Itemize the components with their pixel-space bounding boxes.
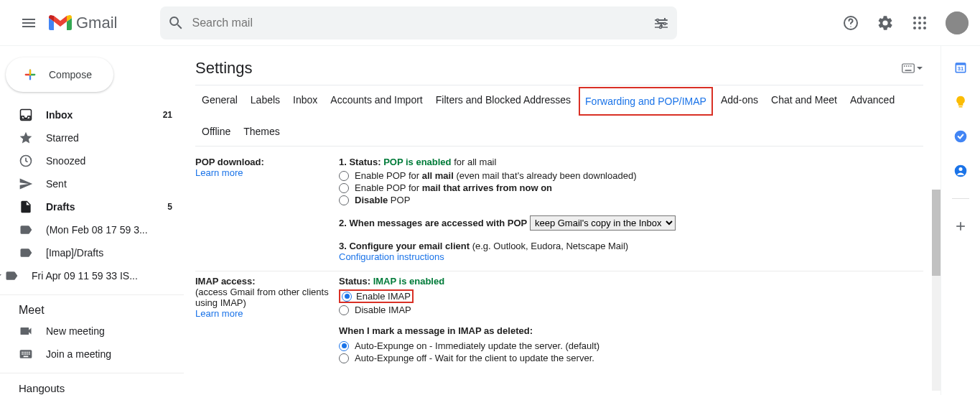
svg-point-10	[923, 22, 926, 24]
hangouts-section-header: Hangouts	[0, 373, 184, 395]
compose-label: Compose	[49, 69, 92, 80]
sidebar-item-inbox[interactable]: Inbox21	[0, 103, 184, 126]
contacts-icon	[953, 164, 968, 178]
gmail-product-name: Gmail	[76, 14, 117, 32]
tab-advanced[interactable]: Advanced	[844, 85, 901, 117]
keep-app-button[interactable]	[953, 95, 968, 109]
get-addons-button[interactable]	[953, 219, 968, 233]
tasks-icon	[953, 129, 968, 144]
pop-access-heading: 2. When messages are accessed with POP	[339, 218, 527, 228]
pop-radio-from-now[interactable]	[339, 183, 349, 193]
imap-radio-disable[interactable]	[339, 305, 349, 315]
imap-enable-label: Enable IMAP	[356, 291, 411, 302]
sidebar-item-starred[interactable]: Starred	[0, 126, 184, 149]
sidebar-item-snoozed[interactable]: Snoozed	[0, 149, 184, 172]
tab-inbox[interactable]: Inbox	[286, 85, 324, 117]
scrollbar[interactable]	[932, 190, 941, 391]
tab-accounts-and-import[interactable]: Accounts and Import	[324, 85, 429, 117]
svg-rect-19	[910, 65, 912, 67]
tab-add-ons[interactable]: Add-ons	[714, 85, 765, 117]
nav-label: Inbox	[46, 109, 73, 121]
nav-label: Drafts	[46, 201, 75, 213]
svg-rect-24	[959, 106, 963, 108]
side-panel: 31	[941, 46, 980, 395]
sidebar: Compose Inbox21StarredSnoozedSentDrafts5…	[0, 46, 184, 395]
imap-sub: (access Gmail from other clients using I…	[195, 287, 339, 308]
tab-themes[interactable]: Themes	[237, 117, 286, 146]
gmail-logo[interactable]: Gmail	[49, 14, 117, 32]
tab-labels[interactable]: Labels	[244, 85, 286, 117]
support-button[interactable]	[836, 9, 865, 37]
nav-label: [Imap]/Drafts	[46, 247, 103, 259]
expunge-off-radio[interactable]	[339, 353, 349, 363]
svg-point-9	[918, 22, 921, 24]
plus-icon	[953, 219, 968, 233]
search-bar[interactable]	[160, 6, 677, 40]
imap-status-prefix: Status:	[339, 276, 373, 287]
expunge-on-label: Auto-Expunge on - Immediately update the…	[355, 340, 599, 351]
main-content: Settings GeneralLabelsInboxAccounts and …	[184, 46, 941, 395]
svg-point-1	[664, 22, 666, 24]
tasks-app-button[interactable]	[953, 129, 968, 144]
tab-offline[interactable]: Offline	[195, 117, 237, 146]
calendar-app-button[interactable]: 31	[953, 60, 968, 75]
svg-point-6	[918, 17, 921, 19]
new-meeting-button[interactable]: New meeting	[0, 320, 184, 343]
sidebar-item-sent[interactable]: Sent	[0, 172, 184, 195]
svg-point-7	[923, 17, 926, 19]
nav-count: 21	[163, 110, 172, 120]
pop-access-select[interactable]: keep Gmail's copy in the Inbox	[530, 215, 676, 231]
sidebar-item--imap-drafts[interactable]: [Imap]/Drafts	[0, 241, 184, 264]
join-meeting-button[interactable]: Join a meeting	[0, 343, 184, 366]
clock-icon	[19, 154, 33, 168]
nav-count: 5	[167, 202, 172, 212]
compose-button[interactable]: Compose	[6, 57, 113, 92]
expunge-off-label: Auto-Expunge off - Wait for the client t…	[355, 353, 594, 363]
imap-radio-enable[interactable]	[342, 292, 352, 302]
sidebar-item-drafts[interactable]: Drafts5	[0, 195, 184, 218]
gear-icon	[877, 14, 894, 32]
sidebar-item-fri-apr-09-11-59-33-is-[interactable]: Fri Apr 09 11 59 33 IS...	[0, 264, 184, 287]
nav-label: (Mon Feb 08 17 59 3...	[46, 224, 148, 236]
svg-point-11	[913, 27, 916, 29]
svg-point-0	[657, 19, 659, 21]
send-icon	[19, 177, 33, 191]
svg-rect-18	[908, 65, 910, 67]
nav-label: Fri Apr 09 11 59 33 IS...	[32, 270, 138, 282]
main-menu-button[interactable]	[11, 6, 46, 40]
imap-deleted-heading: When I mark a message in IMAP as deleted…	[339, 325, 923, 336]
compose-plus-icon	[20, 65, 40, 85]
svg-rect-15	[902, 64, 915, 73]
apps-button[interactable]	[905, 9, 934, 37]
pop-radio-all-mail[interactable]	[339, 171, 349, 181]
pop-heading: POP download:	[195, 157, 339, 167]
join-meeting-label: Join a meeting	[46, 348, 111, 360]
svg-point-12	[918, 27, 921, 29]
settings-button[interactable]	[871, 9, 900, 37]
pop-status-prefix: 1. Status:	[339, 157, 383, 167]
svg-text:31: 31	[958, 65, 963, 72]
expunge-on-radio[interactable]	[339, 341, 349, 351]
imap-status-value: IMAP is enabled	[373, 276, 444, 287]
tab-forwarding-and-pop-imap[interactable]: Forwarding and POP/IMAP	[579, 87, 713, 116]
account-avatar[interactable]	[946, 11, 969, 34]
imap-learn-more-link[interactable]: Learn more	[195, 308, 243, 319]
search-options-icon[interactable]	[653, 14, 670, 32]
pop-radio-disable[interactable]	[339, 195, 349, 205]
file-icon	[19, 200, 33, 214]
meet-section-header: Meet	[0, 295, 184, 320]
contacts-app-button[interactable]	[953, 164, 968, 178]
tab-chat-and-meet[interactable]: Chat and Meet	[765, 85, 844, 117]
keyboard-small-icon	[902, 63, 915, 73]
pop-config-instructions-link[interactable]: Configuration instructions	[339, 251, 444, 262]
tab-general[interactable]: General	[195, 85, 244, 117]
tab-filters-and-blocked-addresses[interactable]: Filters and Blocked Addresses	[429, 85, 577, 117]
imap-heading: IMAP access:	[195, 276, 339, 287]
search-input[interactable]	[192, 17, 653, 29]
sidebar-item--mon-feb-08-17-59-3-[interactable]: (Mon Feb 08 17 59 3...	[0, 218, 184, 241]
pop-learn-more-link[interactable]: Learn more	[195, 167, 243, 178]
calendar-icon: 31	[953, 60, 968, 75]
nav-label: Starred	[46, 132, 79, 144]
svg-point-27	[959, 167, 963, 171]
input-tools-button[interactable]	[902, 63, 923, 73]
